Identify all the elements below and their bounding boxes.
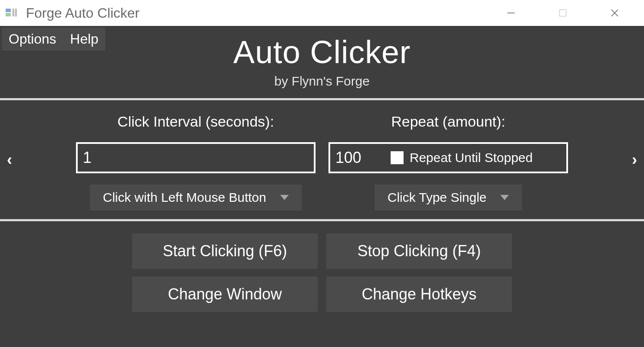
- repeat-until-stopped-label: Repeat Until Stopped: [410, 150, 533, 165]
- click-interval-label: Click Interval (seconds):: [76, 113, 316, 130]
- chevron-down-icon: [280, 195, 289, 200]
- repeat-until-stopped-checkbox[interactable]: [391, 151, 404, 164]
- buttons-section: Start Clicking (F6) Stop Clicking (F4) C…: [0, 221, 644, 312]
- app-icon: [3, 5, 20, 21]
- repeat-amount-input-box[interactable]: Repeat Until Stopped: [328, 142, 568, 173]
- svg-rect-1: [6, 13, 11, 16]
- menu-options[interactable]: Options: [2, 28, 63, 51]
- menu-help[interactable]: Help: [63, 28, 105, 51]
- start-clicking-button[interactable]: Start Clicking (F6): [132, 233, 318, 269]
- carousel-prev-button[interactable]: ‹: [0, 151, 19, 169]
- repeat-amount-input[interactable]: [330, 144, 391, 172]
- click-interval-input-box[interactable]: [76, 142, 316, 173]
- svg-rect-2: [13, 9, 14, 16]
- close-button[interactable]: [589, 0, 641, 26]
- minimize-button[interactable]: [485, 0, 537, 26]
- svg-rect-3: [15, 9, 17, 16]
- stop-clicking-button[interactable]: Stop Clicking (F4): [326, 233, 512, 269]
- maximize-button[interactable]: [537, 0, 589, 26]
- click-type-dropdown[interactable]: Click Type Single: [375, 185, 522, 210]
- repeat-amount-label: Repeat (amount):: [328, 113, 568, 130]
- mouse-button-dropdown[interactable]: Click with Left Mouse Button: [90, 185, 302, 210]
- settings-section: ‹ › Click Interval (seconds): Click with…: [0, 100, 644, 221]
- change-window-button[interactable]: Change Window: [132, 277, 318, 312]
- click-interval-input[interactable]: [78, 144, 314, 172]
- window-controls: [485, 0, 641, 26]
- window-titlebar: Forge Auto Clicker: [0, 0, 644, 26]
- menubar: Options Help: [2, 28, 105, 51]
- svg-rect-0: [6, 9, 11, 12]
- click-type-dropdown-label: Click Type Single: [388, 190, 487, 205]
- change-hotkeys-button[interactable]: Change Hotkeys: [326, 277, 512, 312]
- svg-rect-5: [559, 10, 566, 16]
- mouse-button-dropdown-label: Click with Left Mouse Button: [103, 190, 266, 205]
- chevron-down-icon: [500, 195, 509, 200]
- carousel-next-button[interactable]: ›: [625, 151, 644, 169]
- header-section: Options Help Auto Clicker by Flynn's For…: [0, 26, 644, 100]
- app-subtitle: by Flynn's Forge: [0, 74, 644, 89]
- window-title: Forge Auto Clicker: [26, 5, 139, 21]
